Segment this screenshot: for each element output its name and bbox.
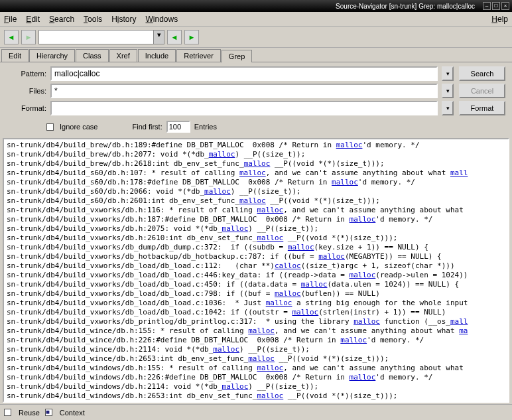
menu-help[interactable]: Help: [491, 15, 508, 24]
menubar: File Edit Search Tools History Windows H…: [0, 12, 512, 27]
find-first-input[interactable]: [166, 121, 190, 133]
back-icon[interactable]: ◄: [4, 30, 19, 44]
reuse-label: Reuse: [19, 409, 40, 417]
tab-xref[interactable]: Xref: [109, 49, 137, 62]
prev-icon[interactable]: ◄: [167, 30, 182, 44]
pattern-label: Pattern:: [7, 70, 46, 78]
pattern-input[interactable]: [50, 66, 438, 81]
context-label: Context: [60, 409, 85, 417]
context-checkbox[interactable]: [45, 409, 52, 416]
format-button[interactable]: Format: [459, 101, 505, 115]
files-input[interactable]: [50, 84, 438, 98]
tab-class[interactable]: Class: [76, 49, 109, 62]
format-input[interactable]: [50, 101, 438, 115]
format-dropdown-icon[interactable]: ▾: [442, 101, 454, 115]
options-row: Ignore case Find first: Entries: [0, 119, 512, 137]
results-pane[interactable]: sn-trunk/db4/build_brew/db.h:189:#define…: [3, 138, 509, 403]
titlebar: Source-Navigator [sn-trunk] Grep: malloc…: [0, 0, 512, 12]
minimize-icon[interactable]: –: [483, 2, 491, 10]
window-title: Source-Navigator [sn-trunk] Grep: malloc…: [336, 3, 475, 10]
chevron-down-icon[interactable]: ▾: [153, 31, 164, 44]
menu-tools[interactable]: Tools: [84, 15, 102, 24]
pattern-dropdown-icon[interactable]: ▾: [442, 66, 454, 81]
format-label: Format:: [7, 104, 46, 112]
reuse-checkbox[interactable]: [4, 409, 11, 416]
statusbar: Reuse Context: [0, 404, 512, 420]
tabs: Edit Hierarchy Class Xref Include Retrie…: [0, 48, 512, 62]
menu-search[interactable]: Search: [49, 15, 74, 24]
files-label: Files:: [7, 87, 46, 95]
toolbar: ◄ ► ▾ ◄ ►: [0, 27, 512, 48]
tab-include[interactable]: Include: [138, 49, 176, 62]
tab-hierarchy[interactable]: Hierarchy: [29, 49, 75, 62]
tab-retriever[interactable]: Retriever: [176, 49, 221, 62]
ignore-case-checkbox[interactable]: [46, 123, 54, 131]
cancel-button: Cancel: [459, 84, 505, 98]
history-combo[interactable]: ▾: [38, 30, 164, 44]
search-form: Pattern: ▾ Search Files: ▾ Cancel Format…: [0, 62, 512, 119]
search-button[interactable]: Search: [459, 66, 505, 81]
maximize-icon[interactable]: □: [492, 2, 500, 10]
forward-icon[interactable]: ►: [21, 30, 36, 44]
menu-windows[interactable]: Windows: [145, 15, 178, 24]
find-first-label: Find first:: [132, 123, 162, 131]
next-icon[interactable]: ►: [184, 30, 199, 44]
files-dropdown-icon[interactable]: ▾: [442, 84, 454, 98]
menu-edit[interactable]: Edit: [26, 15, 40, 24]
entries-label: Entries: [194, 123, 217, 131]
tab-grep[interactable]: Grep: [222, 50, 252, 62]
ignore-case-label: Ignore case: [60, 123, 97, 131]
menu-history[interactable]: History: [111, 15, 136, 24]
tab-edit[interactable]: Edit: [1, 49, 29, 62]
menu-file[interactable]: File: [4, 15, 17, 24]
close-icon[interactable]: ×: [501, 2, 509, 10]
